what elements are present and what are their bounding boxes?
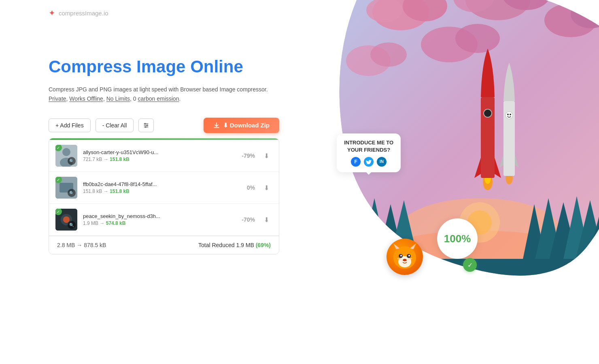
svg-point-45 [484,109,492,117]
table-row: ✓ 🔍 ffb0ba2c-dae4-47f8-8f14-5ffaf... 151… [49,172,279,204]
speech-bubble: INTRODUCE ME TOYOUR FRIENDS? f in [337,133,401,172]
file-thumbnail: ✓ 🔍 [55,145,77,167]
file-size: 721.7 kB → 151.8 kB [83,157,229,162]
percent-value: 100% [444,233,471,245]
reduction-percent: 0% [235,184,255,191]
file-name: ffb0ba2c-dae4-47f8-8f14-5ffaf... [83,181,229,187]
download-icon [213,122,220,129]
reduction-percent: -70% [235,216,255,223]
left-content: Compress Image Online Compress JPG and P… [49,57,279,254]
table-row: ✓ 🔍 allyson-carter-y-u351VcW90-u... 721.… [49,140,279,172]
svg-point-5 [145,127,147,128]
svg-point-48 [506,112,513,119]
svg-point-59 [400,255,402,256]
file-name: peace_seekin_by_nemoss-d3h... [83,213,229,219]
social-share-icons[interactable]: f in [344,157,393,167]
bubble-text: INTRODUCE ME TOYOUR FRIENDS? [344,139,393,154]
settings-button[interactable] [138,119,154,132]
summary-sizes: 2.8 MB → 878.5 kB [57,242,106,248]
rocket-illustration [445,24,534,218]
facebook-icon[interactable]: f [351,157,361,167]
svg-marker-29 [348,206,372,263]
check-badge: ✓ [463,258,477,272]
summary-total: Total Reduced 1.9 MB (69%) [198,242,271,248]
svg-point-7 [62,148,70,156]
file-name: allyson-carter-y-u351VcW90-u... [83,149,229,155]
svg-point-3 [144,123,146,125]
file-thumbnail: ✓ 🔍 [55,177,77,199]
clear-all-button[interactable]: - Clear All [96,119,134,132]
download-zip-label: ⬇ Download Zip [223,122,270,129]
logo-icon: ✦ [49,8,55,18]
svg-point-49 [507,114,509,115]
table-row: ✓ 🔍 peace_seekin_by_nemoss-d3h... 1.9 MB… [49,204,279,236]
file-info: ffb0ba2c-dae4-47f8-8f14-5ffaf... 151.8 k… [83,181,229,194]
page-title: Compress Image Online [49,57,279,77]
subtitle: Compress JPG and PNG images at light spe… [49,85,279,103]
file-size: 1.9 MB → 574.8 kB [83,220,229,226]
summary-row: 2.8 MB → 878.5 kB Total Reduced 1.9 MB (… [49,236,279,254]
add-files-button[interactable]: + Add Files [49,119,91,132]
right-illustration: INTRODUCE ME TOYOUR FRIENDS? f in [267,0,599,364]
file-size: 151.8 kB → 151.8 kB [83,188,229,194]
settings-icon [143,122,149,129]
percent-badge: 100% [437,218,478,259]
file-list: ✓ 🔍 allyson-carter-y-u351VcW90-u... 721.… [49,138,279,254]
svg-point-24 [370,42,407,67]
file-thumbnail: ✓ 🔍 [55,209,77,231]
svg-point-60 [408,255,410,256]
fox-image [389,241,421,273]
svg-point-4 [147,125,148,126]
reduction-percent: -79% [235,152,255,159]
file-info: peace_seekin_by_nemoss-d3h... 1.9 MB → 5… [83,213,229,226]
logo-text: compressImage.io [59,10,108,17]
svg-point-50 [510,114,511,115]
toolbar: + Add Files - Clear All ⬇ Download Zip [49,118,279,133]
fox-mascot [387,239,423,275]
twitter-icon[interactable] [364,157,374,167]
header: ✦ compressImage.io [49,8,108,18]
file-info: allyson-carter-y-u351VcW90-u... 721.7 kB… [83,149,229,162]
svg-point-61 [403,259,407,261]
linkedin-icon[interactable]: in [377,157,387,167]
